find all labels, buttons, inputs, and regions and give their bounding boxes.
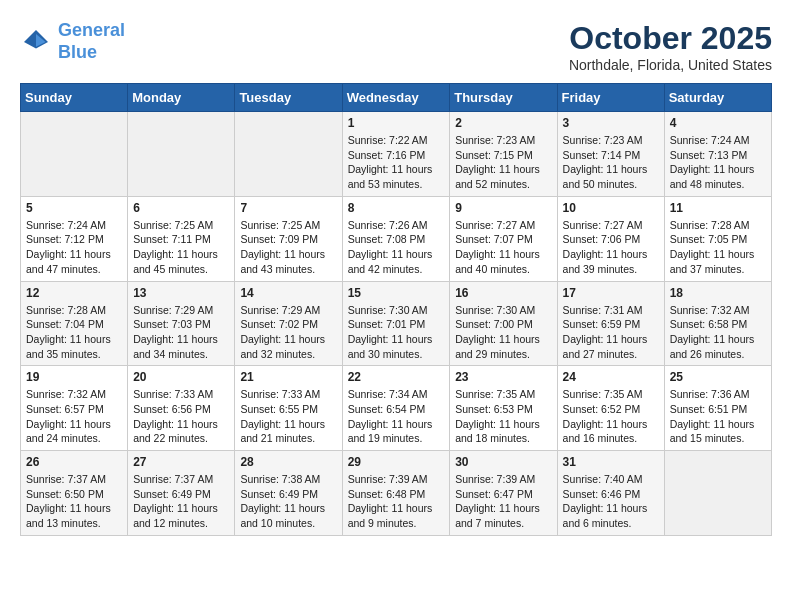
calendar-cell: 29Sunrise: 7:39 AM Sunset: 6:48 PM Dayli… bbox=[342, 451, 450, 536]
cell-content: Sunrise: 7:22 AM Sunset: 7:16 PM Dayligh… bbox=[348, 133, 445, 192]
calendar-cell: 30Sunrise: 7:39 AM Sunset: 6:47 PM Dayli… bbox=[450, 451, 557, 536]
calendar-cell: 18Sunrise: 7:32 AM Sunset: 6:58 PM Dayli… bbox=[664, 281, 771, 366]
cell-content: Sunrise: 7:26 AM Sunset: 7:08 PM Dayligh… bbox=[348, 218, 445, 277]
cell-content: Sunrise: 7:28 AM Sunset: 7:05 PM Dayligh… bbox=[670, 218, 766, 277]
calendar-cell: 5Sunrise: 7:24 AM Sunset: 7:12 PM Daylig… bbox=[21, 196, 128, 281]
day-number: 10 bbox=[563, 201, 659, 215]
day-number: 16 bbox=[455, 286, 551, 300]
calendar-cell: 1Sunrise: 7:22 AM Sunset: 7:16 PM Daylig… bbox=[342, 112, 450, 197]
day-number: 25 bbox=[670, 370, 766, 384]
calendar-cell: 12Sunrise: 7:28 AM Sunset: 7:04 PM Dayli… bbox=[21, 281, 128, 366]
day-number: 23 bbox=[455, 370, 551, 384]
cell-content: Sunrise: 7:34 AM Sunset: 6:54 PM Dayligh… bbox=[348, 387, 445, 446]
calendar-cell: 4Sunrise: 7:24 AM Sunset: 7:13 PM Daylig… bbox=[664, 112, 771, 197]
day-number: 29 bbox=[348, 455, 445, 469]
day-number: 20 bbox=[133, 370, 229, 384]
cell-content: Sunrise: 7:32 AM Sunset: 6:57 PM Dayligh… bbox=[26, 387, 122, 446]
cell-content: Sunrise: 7:25 AM Sunset: 7:09 PM Dayligh… bbox=[240, 218, 336, 277]
calendar-cell: 22Sunrise: 7:34 AM Sunset: 6:54 PM Dayli… bbox=[342, 366, 450, 451]
day-number: 28 bbox=[240, 455, 336, 469]
col-header-tuesday: Tuesday bbox=[235, 84, 342, 112]
month-title: October 2025 bbox=[569, 20, 772, 57]
calendar-week-2: 5Sunrise: 7:24 AM Sunset: 7:12 PM Daylig… bbox=[21, 196, 772, 281]
calendar-cell: 14Sunrise: 7:29 AM Sunset: 7:02 PM Dayli… bbox=[235, 281, 342, 366]
day-number: 9 bbox=[455, 201, 551, 215]
calendar-cell bbox=[664, 451, 771, 536]
day-number: 14 bbox=[240, 286, 336, 300]
calendar-cell: 9Sunrise: 7:27 AM Sunset: 7:07 PM Daylig… bbox=[450, 196, 557, 281]
cell-content: Sunrise: 7:23 AM Sunset: 7:15 PM Dayligh… bbox=[455, 133, 551, 192]
cell-content: Sunrise: 7:37 AM Sunset: 6:50 PM Dayligh… bbox=[26, 472, 122, 531]
cell-content: Sunrise: 7:29 AM Sunset: 7:03 PM Dayligh… bbox=[133, 303, 229, 362]
location: Northdale, Florida, United States bbox=[569, 57, 772, 73]
cell-content: Sunrise: 7:30 AM Sunset: 7:01 PM Dayligh… bbox=[348, 303, 445, 362]
cell-content: Sunrise: 7:25 AM Sunset: 7:11 PM Dayligh… bbox=[133, 218, 229, 277]
calendar-week-5: 26Sunrise: 7:37 AM Sunset: 6:50 PM Dayli… bbox=[21, 451, 772, 536]
day-number: 3 bbox=[563, 116, 659, 130]
calendar-week-1: 1Sunrise: 7:22 AM Sunset: 7:16 PM Daylig… bbox=[21, 112, 772, 197]
calendar-week-3: 12Sunrise: 7:28 AM Sunset: 7:04 PM Dayli… bbox=[21, 281, 772, 366]
calendar-header-row: SundayMondayTuesdayWednesdayThursdayFrid… bbox=[21, 84, 772, 112]
calendar-cell: 21Sunrise: 7:33 AM Sunset: 6:55 PM Dayli… bbox=[235, 366, 342, 451]
day-number: 4 bbox=[670, 116, 766, 130]
day-number: 15 bbox=[348, 286, 445, 300]
cell-content: Sunrise: 7:39 AM Sunset: 6:48 PM Dayligh… bbox=[348, 472, 445, 531]
cell-content: Sunrise: 7:29 AM Sunset: 7:02 PM Dayligh… bbox=[240, 303, 336, 362]
day-number: 8 bbox=[348, 201, 445, 215]
day-number: 26 bbox=[26, 455, 122, 469]
calendar-cell: 8Sunrise: 7:26 AM Sunset: 7:08 PM Daylig… bbox=[342, 196, 450, 281]
col-header-thursday: Thursday bbox=[450, 84, 557, 112]
cell-content: Sunrise: 7:23 AM Sunset: 7:14 PM Dayligh… bbox=[563, 133, 659, 192]
cell-content: Sunrise: 7:32 AM Sunset: 6:58 PM Dayligh… bbox=[670, 303, 766, 362]
day-number: 2 bbox=[455, 116, 551, 130]
cell-content: Sunrise: 7:24 AM Sunset: 7:12 PM Dayligh… bbox=[26, 218, 122, 277]
col-header-saturday: Saturday bbox=[664, 84, 771, 112]
day-number: 12 bbox=[26, 286, 122, 300]
calendar-cell: 31Sunrise: 7:40 AM Sunset: 6:46 PM Dayli… bbox=[557, 451, 664, 536]
cell-content: Sunrise: 7:38 AM Sunset: 6:49 PM Dayligh… bbox=[240, 472, 336, 531]
cell-content: Sunrise: 7:30 AM Sunset: 7:00 PM Dayligh… bbox=[455, 303, 551, 362]
calendar-cell: 7Sunrise: 7:25 AM Sunset: 7:09 PM Daylig… bbox=[235, 196, 342, 281]
day-number: 22 bbox=[348, 370, 445, 384]
calendar-cell: 19Sunrise: 7:32 AM Sunset: 6:57 PM Dayli… bbox=[21, 366, 128, 451]
calendar-cell: 16Sunrise: 7:30 AM Sunset: 7:00 PM Dayli… bbox=[450, 281, 557, 366]
day-number: 13 bbox=[133, 286, 229, 300]
calendar-cell: 24Sunrise: 7:35 AM Sunset: 6:52 PM Dayli… bbox=[557, 366, 664, 451]
calendar-cell: 11Sunrise: 7:28 AM Sunset: 7:05 PM Dayli… bbox=[664, 196, 771, 281]
col-header-monday: Monday bbox=[128, 84, 235, 112]
col-header-sunday: Sunday bbox=[21, 84, 128, 112]
day-number: 5 bbox=[26, 201, 122, 215]
day-number: 1 bbox=[348, 116, 445, 130]
day-number: 21 bbox=[240, 370, 336, 384]
cell-content: Sunrise: 7:27 AM Sunset: 7:06 PM Dayligh… bbox=[563, 218, 659, 277]
day-number: 7 bbox=[240, 201, 336, 215]
logo-icon bbox=[20, 26, 52, 58]
cell-content: Sunrise: 7:24 AM Sunset: 7:13 PM Dayligh… bbox=[670, 133, 766, 192]
day-number: 31 bbox=[563, 455, 659, 469]
cell-content: Sunrise: 7:27 AM Sunset: 7:07 PM Dayligh… bbox=[455, 218, 551, 277]
day-number: 11 bbox=[670, 201, 766, 215]
calendar-cell: 17Sunrise: 7:31 AM Sunset: 6:59 PM Dayli… bbox=[557, 281, 664, 366]
day-number: 6 bbox=[133, 201, 229, 215]
cell-content: Sunrise: 7:39 AM Sunset: 6:47 PM Dayligh… bbox=[455, 472, 551, 531]
cell-content: Sunrise: 7:40 AM Sunset: 6:46 PM Dayligh… bbox=[563, 472, 659, 531]
col-header-wednesday: Wednesday bbox=[342, 84, 450, 112]
col-header-friday: Friday bbox=[557, 84, 664, 112]
logo-text: General Blue bbox=[58, 20, 125, 63]
calendar-cell: 10Sunrise: 7:27 AM Sunset: 7:06 PM Dayli… bbox=[557, 196, 664, 281]
calendar-cell: 15Sunrise: 7:30 AM Sunset: 7:01 PM Dayli… bbox=[342, 281, 450, 366]
cell-content: Sunrise: 7:37 AM Sunset: 6:49 PM Dayligh… bbox=[133, 472, 229, 531]
cell-content: Sunrise: 7:36 AM Sunset: 6:51 PM Dayligh… bbox=[670, 387, 766, 446]
calendar-cell bbox=[235, 112, 342, 197]
cell-content: Sunrise: 7:35 AM Sunset: 6:53 PM Dayligh… bbox=[455, 387, 551, 446]
calendar-cell: 26Sunrise: 7:37 AM Sunset: 6:50 PM Dayli… bbox=[21, 451, 128, 536]
calendar-cell: 13Sunrise: 7:29 AM Sunset: 7:03 PM Dayli… bbox=[128, 281, 235, 366]
calendar-cell: 3Sunrise: 7:23 AM Sunset: 7:14 PM Daylig… bbox=[557, 112, 664, 197]
day-number: 17 bbox=[563, 286, 659, 300]
title-block: October 2025 Northdale, Florida, United … bbox=[569, 20, 772, 73]
day-number: 30 bbox=[455, 455, 551, 469]
cell-content: Sunrise: 7:33 AM Sunset: 6:55 PM Dayligh… bbox=[240, 387, 336, 446]
calendar-cell: 25Sunrise: 7:36 AM Sunset: 6:51 PM Dayli… bbox=[664, 366, 771, 451]
calendar-cell: 23Sunrise: 7:35 AM Sunset: 6:53 PM Dayli… bbox=[450, 366, 557, 451]
cell-content: Sunrise: 7:33 AM Sunset: 6:56 PM Dayligh… bbox=[133, 387, 229, 446]
